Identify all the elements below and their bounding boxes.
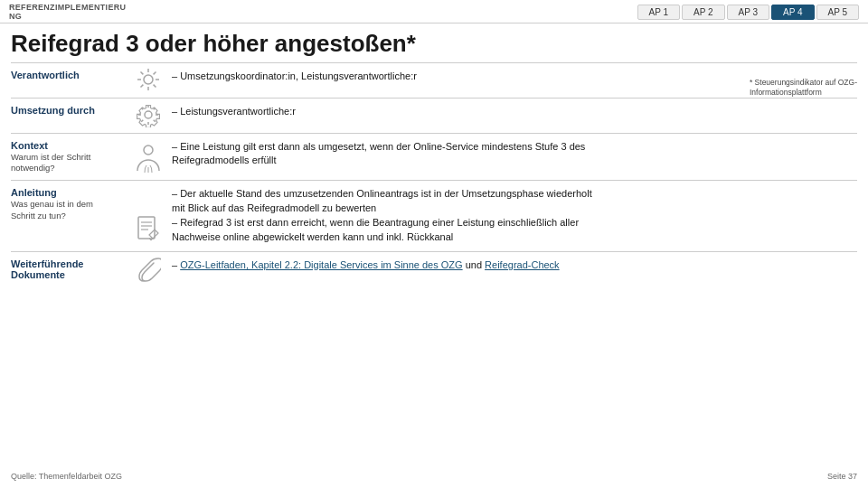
footer-source: Quelle: Themenfeldarbeit OZG bbox=[11, 472, 122, 481]
content-cell-umsetzung: – Leistungsverantwortliche:r bbox=[168, 98, 857, 133]
content-line: Nachweise online abgewickelt werden kann… bbox=[172, 230, 852, 245]
main-content: Verantwortlich – Umsetzungskoordinator:i… bbox=[0, 62, 868, 288]
table-row-weiterfuehrend: Weiterführende Dokumente – OZG-Leitfaden… bbox=[11, 252, 857, 289]
content-line: – Eine Leistung gilt erst dann als umges… bbox=[172, 140, 852, 154]
icon-cell-kontext bbox=[128, 133, 168, 181]
content-table: Verantwortlich – Umsetzungskoordinator:i… bbox=[11, 62, 857, 288]
content-cell-kontext: – Eine Leistung gilt erst dann als umges… bbox=[168, 133, 857, 181]
page-title: Reifegrad 3 oder höher angestoßen* bbox=[11, 31, 857, 57]
paperclip-icon bbox=[136, 256, 161, 285]
brand-label: REFERENZIMPLEMENTIERU NG bbox=[9, 4, 126, 22]
gear-icon bbox=[136, 102, 161, 129]
person-icon bbox=[134, 142, 163, 176]
label-cell-umsetzung: Umsetzung durch bbox=[11, 98, 128, 133]
navigation-tabs: AP 1AP 2AP 3AP 4AP 5 bbox=[637, 5, 860, 20]
label-cell-anleitung: AnleitungWas genau ist in dem Schritt zu… bbox=[11, 181, 128, 252]
label-cell-weiterfuehrend: Weiterführende Dokumente bbox=[11, 252, 128, 289]
row-main-label: Kontext bbox=[11, 140, 123, 151]
svg-line-6 bbox=[154, 84, 156, 87]
content-line: – Der aktuelle Stand des umzusetzenden O… bbox=[172, 187, 852, 202]
svg-point-9 bbox=[145, 111, 152, 118]
nav-tab-ap3[interactable]: AP 3 bbox=[727, 5, 770, 20]
svg-line-5 bbox=[141, 71, 144, 74]
icon-cell-verantwortlich bbox=[128, 62, 168, 98]
row-main-label: Weiterführende Dokumente bbox=[11, 258, 123, 280]
content-cell-anleitung: – Der aktuelle Stand des umzusetzenden O… bbox=[168, 181, 857, 252]
row-main-label: Anleitung bbox=[11, 187, 123, 198]
document-link[interactable]: Reifegrad-Check bbox=[485, 259, 560, 270]
icon-cell-anleitung bbox=[128, 181, 168, 252]
label-cell-kontext: KontextWarum ist der Schritt notwendig? bbox=[11, 133, 128, 181]
footnote: * Steuerungsindikator auf OZG- Informati… bbox=[750, 78, 857, 98]
table-row-umsetzung: Umsetzung durch – Leistungsverantwortlic… bbox=[11, 98, 857, 133]
content-line: mit Blick auf das Reifegradmodell zu bew… bbox=[172, 202, 852, 216]
svg-point-0 bbox=[144, 75, 153, 84]
sun-icon bbox=[136, 67, 161, 94]
row-sub-label: Warum ist der Schritt notwendig? bbox=[11, 152, 123, 174]
document-link[interactable]: OZG-Leitfaden, Kapitel 2.2: Digitale Ser… bbox=[180, 259, 462, 270]
table-row-anleitung: AnleitungWas genau ist in dem Schritt zu… bbox=[11, 181, 857, 252]
header: REFERENZIMPLEMENTIERU NG AP 1AP 2AP 3AP … bbox=[0, 0, 868, 23]
content-line: Reifegradmodells erfüllt bbox=[172, 154, 852, 167]
pencil-icon bbox=[135, 215, 162, 248]
page-number: Seite 37 bbox=[827, 472, 857, 481]
content-line: – Reifegrad 3 ist erst dann erreicht, we… bbox=[172, 216, 852, 230]
row-main-label: Umsetzung durch bbox=[11, 105, 123, 116]
nav-tab-ap4[interactable]: AP 4 bbox=[771, 5, 815, 20]
nav-tab-ap1[interactable]: AP 1 bbox=[637, 5, 681, 20]
nav-tab-ap5[interactable]: AP 5 bbox=[816, 5, 860, 20]
svg-rect-11 bbox=[138, 217, 155, 239]
row-main-label: Verantwortlich bbox=[11, 70, 123, 80]
table-row-kontext: KontextWarum ist der Schritt notwendig? … bbox=[11, 133, 857, 181]
svg-point-10 bbox=[144, 145, 153, 155]
icon-cell-umsetzung bbox=[128, 98, 168, 133]
label-cell-verantwortlich: Verantwortlich bbox=[11, 62, 128, 98]
svg-line-7 bbox=[154, 71, 156, 74]
content-cell-weiterfuehrend: – OZG-Leitfaden, Kapitel 2.2: Digitale S… bbox=[168, 252, 857, 289]
title-bar: Reifegrad 3 oder höher angestoßen* bbox=[0, 23, 868, 61]
row-sub-label: Was genau ist in dem Schritt zu tun? bbox=[11, 199, 123, 221]
nav-tab-ap2[interactable]: AP 2 bbox=[682, 5, 725, 20]
icon-cell-weiterfuehrend bbox=[128, 252, 168, 289]
svg-line-8 bbox=[141, 84, 144, 87]
table-row-verantwortlich: Verantwortlich – Umsetzungskoordinator:i… bbox=[11, 62, 857, 98]
